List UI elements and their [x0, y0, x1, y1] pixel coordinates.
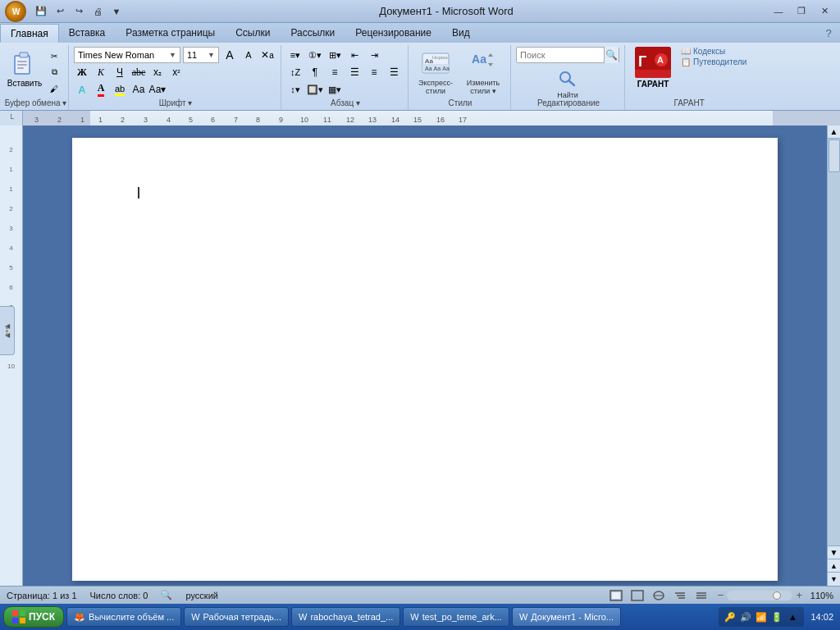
- tab-home[interactable]: Главная: [0, 24, 59, 43]
- print-preview-btn[interactable]: 🖨: [89, 3, 106, 20]
- decrease-indent-btn[interactable]: ⇤: [345, 47, 363, 63]
- text-effects-btn[interactable]: A: [74, 81, 90, 98]
- underline-button[interactable]: Ч: [112, 64, 128, 80]
- tray-icon-1[interactable]: 🔑: [724, 610, 737, 623]
- font-color-btn[interactable]: A: [93, 81, 109, 98]
- scroll-up-btn[interactable]: ▲: [828, 126, 840, 139]
- multilevel-btn[interactable]: ⊞▾: [326, 47, 344, 63]
- increase-indent-btn[interactable]: ⇥: [365, 47, 383, 63]
- clear-format-btn[interactable]: ✕a: [259, 47, 276, 63]
- font-size-selector[interactable]: 11 ▼: [183, 47, 219, 63]
- align-right-btn[interactable]: ≡: [365, 64, 383, 80]
- editing-full-btn[interactable]: Найти: [550, 66, 585, 101]
- scroll-track[interactable]: [828, 139, 840, 546]
- express-styles-btn[interactable]: Аа Норма Аа Аа Аа Экспресс-стили: [413, 50, 458, 95]
- scroll-page-up[interactable]: ▲: [828, 559, 840, 573]
- tab-view[interactable]: Вид: [442, 23, 481, 43]
- taskbar-item-1[interactable]: W Рабочая тетрадь...: [184, 607, 289, 627]
- border-btn[interactable]: ▦▾: [326, 81, 344, 98]
- putevoditely-label: Путеводители: [693, 57, 746, 66]
- zoom-out-btn[interactable]: −: [718, 589, 724, 601]
- align-left-btn[interactable]: ≡: [326, 64, 344, 80]
- taskbar-item-2[interactable]: W rabochaya_tetrad_...: [291, 607, 400, 627]
- tab-references[interactable]: Ссылки: [226, 23, 281, 43]
- document-canvas[interactable]: [23, 126, 827, 586]
- strikethrough-button[interactable]: abc: [130, 64, 147, 80]
- statusbar-right: − + 110%: [608, 589, 833, 602]
- minimize-button[interactable]: —: [768, 4, 789, 19]
- zoom-slider[interactable]: [727, 591, 792, 600]
- full-screen-view-btn[interactable]: [629, 589, 646, 602]
- bold-button[interactable]: Ж: [74, 64, 90, 80]
- draft-view-btn[interactable]: [693, 589, 710, 602]
- zoom-thumb[interactable]: [773, 591, 781, 600]
- restore-button[interactable]: ❐: [791, 4, 812, 19]
- grow-font-btn[interactable]: A: [221, 47, 238, 63]
- numbering-btn[interactable]: ①▾: [306, 47, 324, 63]
- scroll-page-down[interactable]: ▼: [828, 573, 840, 586]
- taskbar-item-0[interactable]: 🦊 Вычислите объём ...: [66, 607, 181, 627]
- web-view-btn[interactable]: [651, 589, 667, 602]
- shading-btn[interactable]: 🔲▾: [306, 81, 324, 98]
- tray-icon-3[interactable]: 📶: [755, 610, 768, 623]
- scroll-down-btn[interactable]: ▼: [828, 546, 840, 559]
- zoom-percent[interactable]: 110%: [807, 591, 833, 600]
- tray-icon-4[interactable]: 🔋: [770, 610, 783, 623]
- spell-check-icon[interactable]: 🔍: [161, 590, 172, 600]
- subscript-button[interactable]: x₂: [149, 64, 166, 80]
- scroll-thumb[interactable]: [829, 139, 840, 172]
- help-icon[interactable]: ?: [820, 25, 837, 41]
- paragraph-group-label: Абзац ▾: [283, 98, 408, 107]
- garant-logo[interactable]: Г А: [635, 47, 671, 78]
- show-marks-btn[interactable]: ¶: [306, 64, 324, 80]
- paste-button[interactable]: Вставить: [7, 47, 43, 89]
- document-page[interactable]: [72, 138, 778, 581]
- ruler-corner[interactable]: └: [0, 111, 23, 126]
- print-view-btn[interactable]: [608, 589, 624, 602]
- tray-icon-5[interactable]: ▲: [786, 610, 799, 623]
- zoom-in-btn[interactable]: +: [796, 589, 802, 601]
- search-input[interactable]: [517, 50, 604, 60]
- align-center-btn[interactable]: ☰: [345, 64, 363, 80]
- tab-mailings[interactable]: Рассылки: [281, 23, 345, 43]
- bullets-btn[interactable]: ≡▾: [286, 47, 304, 63]
- search-button[interactable]: 🔍: [604, 47, 619, 63]
- format-painter-button[interactable]: 🖌: [45, 81, 63, 96]
- copy-button[interactable]: ⧉: [45, 65, 63, 80]
- cut-button[interactable]: ✂: [45, 48, 63, 63]
- language-indicator[interactable]: русский: [185, 591, 217, 600]
- change-case-btn[interactable]: Аа▾: [149, 81, 166, 98]
- undo-btn[interactable]: ↩: [52, 3, 68, 20]
- putevoditely-link[interactable]: 📋 Путеводители: [681, 57, 746, 66]
- tab-review[interactable]: Рецензирование: [345, 23, 442, 43]
- statusbar-left: Страница: 1 из 1 Число слов: 0 🔍 русский: [7, 590, 218, 600]
- justify-btn[interactable]: ☰: [385, 64, 403, 80]
- sort-btn[interactable]: ↕Z: [286, 64, 304, 80]
- close-button[interactable]: ✕: [814, 4, 835, 19]
- left-panel-toggle[interactable]: ◀ ◀: [0, 306, 15, 355]
- tab-page-layout[interactable]: Разметка страницы: [116, 23, 226, 43]
- windows-logo: [12, 610, 25, 623]
- outline-view-btn[interactable]: [672, 589, 688, 602]
- line-spacing-btn[interactable]: ↕▾: [286, 81, 304, 98]
- redo-btn[interactable]: ↪: [71, 3, 87, 20]
- highlight-btn[interactable]: ab: [112, 81, 128, 98]
- save-quick-btn[interactable]: 💾: [33, 3, 49, 20]
- change-styles-btn[interactable]: Аа Изменитьстили ▾: [461, 50, 505, 95]
- document-content[interactable]: [72, 138, 778, 581]
- taskbar-item-3[interactable]: W test_po_teme_ark...: [403, 607, 509, 627]
- ribbon-search-box[interactable]: 🔍: [516, 47, 619, 63]
- kodeksy-link[interactable]: 📖 Кодексы: [681, 47, 746, 56]
- taskbar-item-4[interactable]: W Документ1 - Micro...: [512, 607, 621, 627]
- start-button[interactable]: ПУСК: [3, 606, 64, 628]
- office-button[interactable]: W: [5, 1, 26, 22]
- superscript-button[interactable]: x²: [168, 64, 185, 80]
- tab-insert[interactable]: Вставка: [59, 23, 116, 43]
- more-quick-btn[interactable]: ▼: [108, 3, 125, 20]
- shrink-font-btn[interactable]: A: [240, 47, 257, 63]
- system-clock[interactable]: 14:02: [807, 612, 837, 622]
- italic-button[interactable]: К: [93, 64, 109, 80]
- char-spacing-btn[interactable]: Аа: [130, 81, 147, 98]
- font-name-selector[interactable]: Times New Roman ▼: [74, 47, 180, 63]
- tray-icon-2[interactable]: 🔊: [739, 610, 752, 623]
